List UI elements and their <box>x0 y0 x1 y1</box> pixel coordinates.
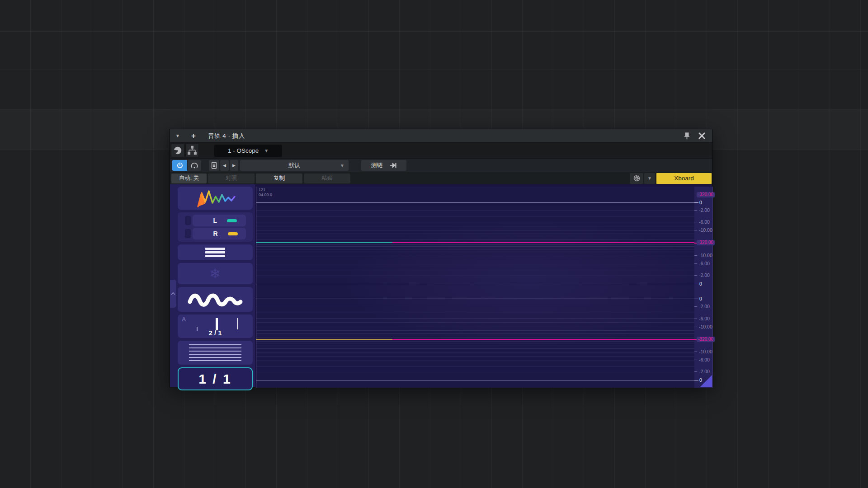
settings-dropdown-button[interactable]: ▼ <box>644 173 655 184</box>
window-collapse-button[interactable]: ▼ <box>170 133 185 138</box>
channel-right-color-swatch[interactable] <box>228 232 238 235</box>
db-gridline <box>256 366 694 366</box>
scale-tick-mark <box>694 230 697 230</box>
copy-button[interactable]: 复制 <box>256 174 302 183</box>
db-gridline <box>256 357 694 357</box>
scale-tick-mark <box>694 352 697 352</box>
waveform-icon <box>186 290 244 309</box>
gear-icon[interactable] <box>630 173 643 184</box>
waveform-mode-button[interactable] <box>178 287 253 312</box>
add-insert-button[interactable]: + <box>185 131 202 141</box>
db-gridline <box>256 343 694 343</box>
db-gridline <box>256 318 694 319</box>
window-titlebar[interactable]: ▼ + 音轨 4 · 插入 <box>170 129 712 143</box>
preset-toolbar-row: ◀ ▶ 默认 ▼ 测链 <box>170 159 712 172</box>
compare-button[interactable]: 对照 <box>208 174 255 183</box>
bypass-icon[interactable] <box>188 160 201 171</box>
oscope-logo <box>178 187 253 210</box>
db-gridline <box>256 260 694 260</box>
db-gridline <box>256 222 694 222</box>
db-gridline <box>256 341 694 342</box>
trigger-mode-button[interactable]: A 2 / 1 <box>178 314 253 338</box>
db-gridline <box>256 333 694 334</box>
db-gridline <box>256 336 694 336</box>
scale-tick-label: -2.00 <box>699 369 710 374</box>
trigger-ratio-value: 2 / 1 <box>178 329 253 337</box>
channel-drag-notch[interactable] <box>185 229 191 238</box>
db-gridline <box>256 239 694 239</box>
window-resize-grip[interactable] <box>700 375 712 387</box>
scale-tick-mark <box>694 380 698 380</box>
preset-name: 默认 <box>288 161 300 169</box>
oscilloscope-display[interactable]: 121 04:00.0 <box>256 187 694 388</box>
editor-knob-icon[interactable] <box>171 144 184 157</box>
db-gridline <box>256 372 694 372</box>
db-gridline <box>256 241 694 241</box>
time-readout: 04:00.0 <box>259 192 272 197</box>
scope-glow <box>256 187 694 388</box>
trace-history-segment <box>392 242 694 243</box>
edit-actions-row: 自动: 关 对照 复制 粘贴 ▼ Xboard <box>170 172 712 184</box>
scale-tick-label: -6.00 <box>699 261 710 266</box>
freeze-button[interactable]: ❄ <box>178 263 253 284</box>
scale-tick-mark <box>694 255 697 256</box>
db-scale-column[interactable]: -320.000-2.00-6.00-10.00-320.00-10.00-6.… <box>694 187 713 388</box>
scale-tick-label: -10.00 <box>699 227 712 233</box>
channel-left-color-swatch[interactable] <box>227 219 237 222</box>
previous-preset-button[interactable]: ◀ <box>220 160 229 171</box>
trace-live-segment <box>256 242 392 243</box>
zero-db-gridline <box>256 202 694 203</box>
db-gridline <box>256 338 694 338</box>
routing-icon[interactable] <box>185 144 199 157</box>
sidebar-collapse-handle[interactable] <box>170 280 176 308</box>
db-gridline <box>256 307 694 307</box>
zero-db-gridline <box>256 380 694 380</box>
paste-button[interactable]: 粘贴 <box>304 174 350 183</box>
automation-mode-button[interactable]: 自动: 关 <box>171 174 207 183</box>
channel-right-button[interactable]: R <box>193 228 246 239</box>
db-gridline <box>256 264 694 264</box>
next-preset-button[interactable]: ▶ <box>230 160 238 171</box>
channel-drag-notch[interactable] <box>185 216 191 225</box>
channel-buttons-group: L R <box>178 212 253 242</box>
db-gridline <box>256 211 694 211</box>
db-gridline <box>256 276 694 276</box>
sidechain-button[interactable]: 测链 <box>361 160 406 171</box>
db-gridline <box>256 313 694 313</box>
plugin-instance-name: 1 - OScope <box>228 147 259 154</box>
scale-tick-label: -320.00 <box>697 192 715 197</box>
scale-tick-label: -320.00 <box>697 337 715 342</box>
oscope-sidebar: L R ❄ <box>170 184 255 387</box>
plugin-window: ▼ + 音轨 4 · 插入 <box>170 129 712 387</box>
stacked-lanes-icon <box>205 248 225 257</box>
preset-file-icon[interactable] <box>209 160 219 171</box>
channel-left-button[interactable]: L <box>193 215 246 226</box>
bar-number: 121 <box>259 188 272 192</box>
scale-tick-label: -10.00 <box>699 253 712 258</box>
trace-history-segment <box>392 339 694 340</box>
xboard-button[interactable]: Xboard <box>656 173 712 184</box>
pin-icon[interactable] <box>683 132 691 140</box>
scale-tick-mark <box>694 210 697 211</box>
zero-db-gridline <box>256 299 694 299</box>
scale-tick-label: -6.00 <box>699 357 710 362</box>
channel-left-label: L <box>213 217 217 224</box>
grid-density-button[interactable] <box>178 341 253 365</box>
trace-live-segment <box>256 339 392 340</box>
track-lane-divider <box>0 31 868 32</box>
scale-tick-label: 0 <box>699 296 702 301</box>
layout-mode-button[interactable] <box>178 244 253 260</box>
scale-tick-label: 0 <box>699 200 702 205</box>
trigger-channel-label: A <box>182 316 186 323</box>
scale-tick-label: -10.00 <box>699 324 712 329</box>
scale-tick-label: 0 <box>699 281 702 286</box>
plugin-power-button[interactable] <box>172 160 187 171</box>
route-to-end-icon <box>389 162 397 169</box>
zoom-ratio-button[interactable]: 1 / 1 <box>178 367 253 390</box>
plugin-instance-dropdown[interactable]: 1 - OScope ▼ <box>214 145 282 157</box>
preset-dropdown[interactable]: 默认 ▼ <box>240 160 349 171</box>
sidechain-label: 测链 <box>371 161 383 169</box>
db-gridline <box>256 216 694 216</box>
close-icon[interactable] <box>698 132 706 140</box>
oscope-plugin-body: L R ❄ <box>170 184 712 387</box>
